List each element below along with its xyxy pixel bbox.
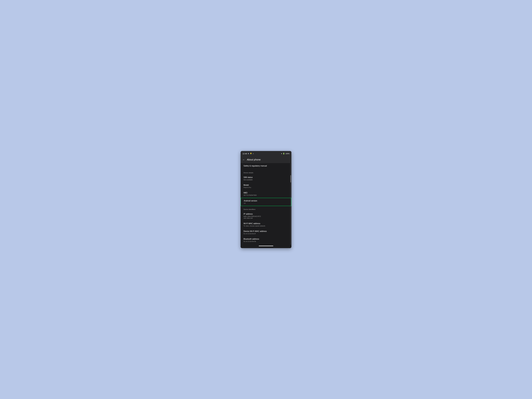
ip-address-item[interactable]: IP address fe80::304c:93ff:fe53:f572192.… bbox=[241, 211, 291, 221]
safety-regulatory-item[interactable]: Safety & regulatory manual bbox=[241, 163, 291, 169]
back-button[interactable]: ← bbox=[242, 158, 245, 161]
home-bar[interactable] bbox=[259, 246, 273, 246]
scroll-container: Safety & regulatory manual Device detail… bbox=[241, 163, 291, 245]
imei-title: IMEI bbox=[243, 192, 289, 194]
model-title: Model bbox=[243, 184, 289, 186]
bluetooth-address-item[interactable]: Bluetooth address 0c:c4:13:2e:0e:0e bbox=[241, 236, 291, 245]
wifi-mac-title: Wi-Fi MAC address bbox=[243, 222, 289, 225]
device-wifi-mac-item[interactable]: Device Wi-Fi MAC address 0c:c4:13:2e:0e:… bbox=[241, 228, 291, 236]
ip-address-title: IP address bbox=[243, 213, 289, 215]
phone-frame: 12:48 ⚙ 💡 ⚠ ▾ 🔋 100% ← About phone Safet… bbox=[241, 151, 291, 248]
bluetooth-address-value: 0c:c4:13:2e:0e:0e bbox=[243, 241, 289, 242]
wifi-icon: ▾ bbox=[281, 153, 282, 154]
page-title: About phone bbox=[247, 158, 260, 161]
battery-percentage: 100% bbox=[285, 153, 290, 154]
sim-status-value: Not available bbox=[243, 179, 289, 181]
status-bar-right: ▾ 🔋 100% bbox=[281, 153, 290, 154]
idea-icon: 💡 bbox=[250, 153, 252, 154]
navigation-bar: ← About phone bbox=[241, 156, 291, 163]
imei-value: 357721782947683 bbox=[243, 194, 289, 196]
scrollbar-thumb[interactable] bbox=[291, 175, 291, 183]
model-item[interactable]: Model Pixel 6 Pro bbox=[241, 182, 291, 190]
model-value: Pixel 6 Pro bbox=[243, 187, 289, 188]
status-bar: 12:48 ⚙ 💡 ⚠ ▾ 🔋 100% bbox=[241, 151, 291, 156]
device-wifi-mac-title: Device Wi-Fi MAC address bbox=[243, 230, 289, 232]
device-wifi-mac-value: 0c:c4:13:2e:0e:0f bbox=[243, 233, 289, 234]
settings-icon: ⚙ bbox=[248, 153, 249, 154]
android-version-value: 13 bbox=[244, 202, 288, 204]
android-version-title: Android version bbox=[244, 200, 288, 202]
wifi-mac-item[interactable]: Wi-Fi MAC address To view, choose saved … bbox=[241, 221, 291, 228]
ip-address-value: fe80::304c:93ff:fe53:f572192.168.0.80 bbox=[243, 215, 289, 219]
status-time: 12:48 bbox=[242, 153, 247, 155]
sim-status-title: SIM status bbox=[243, 176, 289, 178]
android-version-item[interactable]: Android version 13 bbox=[241, 198, 291, 206]
home-indicator-area bbox=[241, 245, 291, 248]
bluetooth-address-title: Bluetooth address bbox=[243, 238, 289, 240]
scrollbar-track bbox=[291, 163, 291, 245]
status-bar-left: 12:48 ⚙ 💡 ⚠ bbox=[242, 153, 254, 155]
battery-icon: 🔋 bbox=[283, 153, 285, 154]
alert-icon: ⚠ bbox=[253, 153, 254, 154]
wifi-mac-value: To view, choose saved network bbox=[243, 225, 289, 227]
sim-status-item[interactable]: SIM status Not available bbox=[241, 175, 291, 182]
device-identifiers-section-header: Device identifiers bbox=[241, 206, 291, 211]
safety-regulatory-title: Safety & regulatory manual bbox=[243, 165, 267, 167]
content-area: Safety & regulatory manual Device detail… bbox=[241, 163, 291, 245]
imei-item[interactable]: IMEI 357721782947683 bbox=[241, 190, 291, 198]
device-details-section-header: Device details bbox=[241, 169, 291, 175]
